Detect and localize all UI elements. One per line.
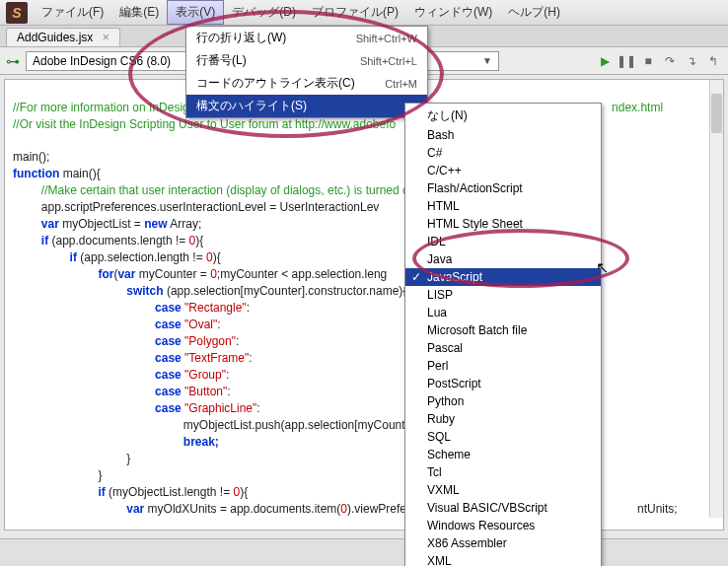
target-label: Adobe InDesign CS6 (8.0) — [33, 54, 171, 68]
menu-help[interactable]: ヘルプ(H) — [500, 0, 568, 25]
syntax-item-x86-assembler[interactable]: X86 Assembler — [405, 534, 601, 552]
menu-word-wrap[interactable]: 行の折り返し(W) Shift+Ctrl+W — [186, 27, 427, 49]
syntax-item-xml[interactable]: XML — [405, 552, 601, 566]
menu-view[interactable]: 表示(V) — [167, 0, 224, 25]
syntax-item-windows-resources[interactable]: Windows Resources — [405, 517, 601, 534]
syntax-item-javascript[interactable]: JavaScript — [405, 268, 601, 286]
syntax-item-scheme[interactable]: Scheme — [405, 446, 601, 463]
syntax-item-vxml[interactable]: VXML — [405, 481, 601, 499]
syntax-item-html[interactable]: HTML — [405, 197, 601, 215]
syntax-item-microsoft-batch-file[interactable]: Microsoft Batch file — [405, 321, 601, 339]
menu-profile[interactable]: プロファイル(P) — [304, 0, 406, 25]
syntax-submenu: なし(N)BashC#C/C++Flash/ActionScriptHTMLHT… — [404, 103, 602, 566]
menu-file[interactable]: ファイル(F) — [34, 0, 111, 25]
menu-edit[interactable]: 編集(E) — [111, 0, 167, 25]
pause-button[interactable]: ❚❚ — [618, 52, 635, 70]
app-logo: S — [6, 2, 28, 24]
syntax-item-c-c-[interactable]: C/C++ — [405, 162, 601, 179]
stop-button[interactable]: ■ — [639, 52, 657, 70]
syntax-item-visual-basic-vbscript[interactable]: Visual BASIC/VBScript — [405, 499, 601, 517]
code-editor[interactable]: //For more information on InDesign scrip… — [4, 79, 724, 531]
syntax-item-idl[interactable]: IDL — [405, 233, 601, 250]
syntax-item-ruby[interactable]: Ruby — [405, 410, 601, 428]
vertical-scrollbar[interactable] — [709, 80, 723, 518]
step-over-button[interactable]: ↷ — [661, 52, 679, 70]
tab-close-icon[interactable]: × — [103, 31, 109, 44]
run-controls: ▶ ❚❚ ■ ↷ ↴ ↰ — [596, 52, 722, 70]
menu-line-numbers[interactable]: 行番号(L) Shift+Ctrl+L — [186, 49, 427, 72]
statusbar — [0, 538, 728, 566]
menu-syntax-highlight[interactable]: 構文のハイライト(S) — [186, 95, 427, 117]
syntax-item-perl[interactable]: Perl — [405, 357, 601, 375]
menu-debug[interactable]: デバッグ(D) — [224, 0, 304, 25]
run-button[interactable]: ▶ — [596, 52, 614, 70]
code-content: //For more information on InDesign scrip… — [5, 80, 723, 531]
syntax-item-pascal[interactable]: Pascal — [405, 339, 601, 357]
step-out-button[interactable]: ↰ — [704, 52, 722, 70]
syntax-item-python[interactable]: Python — [405, 392, 601, 410]
menubar: S ファイル(F) 編集(E) 表示(V) デバッグ(D) プロファイル(P) … — [0, 0, 728, 26]
link-icon: ⊶ — [6, 53, 20, 69]
syntax-item-postscript[interactable]: PostScript — [405, 375, 601, 392]
menu-code-collapse[interactable]: コードのアウトライン表示(C) Ctrl+M — [186, 72, 427, 95]
chevron-down-icon: ▼ — [482, 55, 492, 66]
syntax-item-c-[interactable]: C# — [405, 144, 601, 162]
tab-label: AddGuides.jsx — [17, 31, 93, 44]
syntax-item-bash[interactable]: Bash — [405, 126, 601, 144]
step-into-button[interactable]: ↴ — [683, 52, 700, 70]
syntax-item-lisp[interactable]: LISP — [405, 286, 601, 304]
tab-addguides[interactable]: AddGuides.jsx × — [6, 28, 120, 46]
view-dropdown: 行の折り返し(W) Shift+Ctrl+W 行番号(L) Shift+Ctrl… — [185, 26, 428, 118]
syntax-item-tcl[interactable]: Tcl — [405, 463, 601, 481]
syntax-item--n-[interactable]: なし(N) — [405, 106, 601, 126]
syntax-item-html-style-sheet[interactable]: HTML Style Sheet — [405, 215, 601, 233]
scrollbar-thumb[interactable] — [711, 94, 722, 133]
syntax-item-lua[interactable]: Lua — [405, 304, 601, 321]
syntax-item-sql[interactable]: SQL — [405, 428, 601, 446]
syntax-item-java[interactable]: Java — [405, 250, 601, 268]
syntax-item-flash-actionscript[interactable]: Flash/ActionScript — [405, 179, 601, 197]
menu-window[interactable]: ウィンドウ(W) — [406, 0, 500, 25]
